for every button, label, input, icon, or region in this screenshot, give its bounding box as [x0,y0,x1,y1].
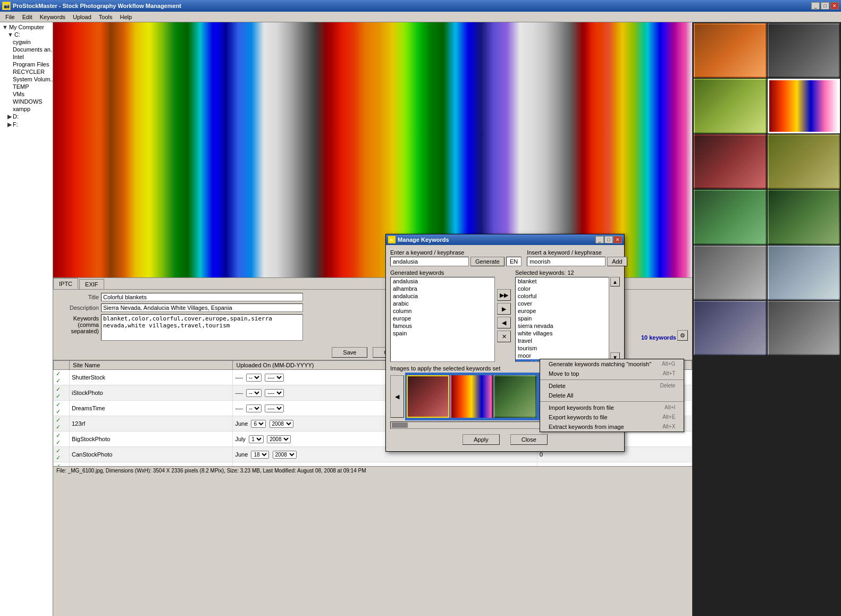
add-keyword-button[interactable]: Add [607,257,627,266]
dialog-minimize-button[interactable]: _ [595,236,604,243]
thumbnail-9[interactable] [694,246,767,300]
thumbnail-11[interactable] [694,301,767,355]
strip-image-2[interactable] [450,375,493,418]
tree-cygwin[interactable]: cygwin [1,38,52,46]
strip-scroll-left-button[interactable]: ◀ [390,375,404,418]
thumbnail-5[interactable] [694,134,767,189]
thumbnail-4[interactable] [768,79,840,133]
selected-keyword-item[interactable]: tourism [516,344,609,352]
selected-keyword-item[interactable]: white villages [516,330,609,337]
selected-keyword-item[interactable]: sierra nevada [516,322,609,330]
row-check[interactable]: ✓ ✓ [54,401,70,416]
transfer-selected-right-button[interactable]: ▶ [497,303,511,315]
thumbnail-10[interactable] [768,246,840,300]
tree-system-volume[interactable]: System Volum... [1,75,52,83]
menu-help[interactable]: Help [117,13,136,21]
close-dialog-button[interactable]: Close [510,434,548,445]
selected-keyword-item[interactable]: europe [516,307,609,315]
selected-keyword-item[interactable]: cover [516,300,609,307]
strip-image-3[interactable] [494,375,536,418]
context-menu-item[interactable]: Move to topAlt+T [540,369,684,378]
keyword-entry-input[interactable] [390,257,469,266]
thumbnail-3[interactable] [694,79,767,133]
row-check[interactable]: ✓ ✓ [54,462,70,467]
row-check[interactable]: ✓ ✓ [54,432,70,447]
thumbnail-7[interactable] [694,190,767,244]
tree-my-computer[interactable]: ▼My Computer [1,23,52,31]
context-menu: Generate keywords matching "moorish"Alt+… [540,359,684,432]
selected-keyword-item[interactable]: colorful [516,292,609,300]
generated-keyword-item[interactable]: arabic [391,300,494,307]
title-input[interactable] [101,293,303,301]
row-check[interactable]: ✓ ✓ [54,385,70,401]
tree-xampp[interactable]: xampp [1,105,52,113]
thumbnail-12[interactable] [768,301,840,355]
tab-iptc[interactable]: IPTC [53,278,78,289]
generated-keyword-item[interactable]: alhambra [391,285,494,292]
menu-upload[interactable]: Upload [70,13,95,21]
generated-keyword-item[interactable]: andalusia [391,277,494,285]
context-menu-item[interactable]: Import keywords from fileAlt+I [540,403,684,412]
tree-documents[interactable]: Documents an... [1,46,52,53]
context-menu-item[interactable]: Generate keywords matching "moorish"Alt+… [540,359,684,369]
keyword-insert-input[interactable] [527,257,605,266]
tree-vms[interactable]: VMs [1,90,52,98]
generated-keyword-item[interactable]: andalucia [391,292,494,300]
menu-keywords[interactable]: Keywords [37,13,69,21]
language-button[interactable]: EN [506,257,522,266]
scrollbar-thumb[interactable] [392,423,408,428]
thumbnail-1[interactable] [694,23,767,78]
selected-keyword-item[interactable]: blanket [516,277,609,285]
tab-exif[interactable]: EXIF [79,279,104,289]
generated-keyword-item[interactable]: column [391,307,494,315]
thumbnail-2[interactable] [768,23,840,78]
tree-f-drive[interactable]: ▶F: [1,121,52,129]
tree-recycler[interactable]: RECYCLER [1,68,52,75]
selected-keyword-item[interactable]: moor [516,352,609,359]
selected-keyword-item[interactable]: color [516,285,609,292]
generate-button[interactable]: Generate [470,257,504,266]
close-button[interactable]: ✕ [830,2,839,10]
move-up-button[interactable]: ▲ [610,277,620,286]
transfer-all-left-button[interactable]: ✕ [497,331,511,342]
transfer-right-button[interactable]: ▶▶ [497,289,511,301]
tree-program-files[interactable]: Program Files [1,61,52,68]
save-button[interactable]: Save [332,347,367,358]
context-menu-item[interactable]: Export keywords to fileAlt+E [540,412,684,422]
tree-temp[interactable]: TEMP [1,83,52,90]
thumbnail-6[interactable] [768,134,840,189]
tree-c-drive[interactable]: ▼C: [1,31,52,38]
row-check[interactable]: ✓ ✓ [54,416,70,432]
menu-tools[interactable]: Tools [96,13,116,21]
selected-keyword-item[interactable]: spain [516,315,609,322]
generated-keyword-item[interactable]: famous [391,322,494,330]
keywords-input[interactable]: blanket,color,colorful,cover,europe,spai… [101,314,303,341]
maximize-button[interactable]: □ [821,2,829,10]
selected-keyword-item[interactable]: travel [516,337,609,344]
strip-image-1[interactable] [407,375,449,418]
generated-keywords-list[interactable]: andalusiaalhambraandaluciaarabiccolumneu… [390,277,495,362]
apply-button[interactable]: Apply [462,434,500,445]
keywords-settings-button[interactable]: ⚙ [677,330,688,341]
transfer-selected-left-button[interactable]: ◀ [497,317,511,328]
tree-intel[interactable]: Intel [1,53,52,61]
dialog-close-button[interactable]: ✕ [613,236,622,243]
generated-keyword-item[interactable]: spain [391,330,494,337]
context-menu-item[interactable]: Delete All [540,391,684,400]
generated-keyword-item[interactable]: europe [391,315,494,322]
menu-edit[interactable]: Edit [19,13,36,21]
description-input[interactable] [101,303,303,312]
context-menu-item[interactable]: Extract keywords from imageAlt+X [540,422,684,432]
row-check[interactable]: ✓ ✓ [54,447,70,462]
menu-file[interactable]: File [2,13,18,21]
row-check[interactable]: ✓ ✓ [54,370,70,385]
thumbnail-8[interactable] [768,190,840,244]
tree-windows[interactable]: WINDOWS [1,98,52,105]
keywords-count: 10 keywords [641,334,676,341]
dialog-maximize-button[interactable]: □ [604,236,613,243]
selected-keywords-list[interactable]: blanketcolorcolorfulcovereuropespainsier… [515,277,609,362]
context-menu-item[interactable]: DeleteDelete [540,381,684,391]
minimize-button[interactable]: _ [811,2,820,10]
tree-d-drive[interactable]: ▶D: [1,113,52,121]
context-menu-item-label: Delete All [549,392,573,399]
